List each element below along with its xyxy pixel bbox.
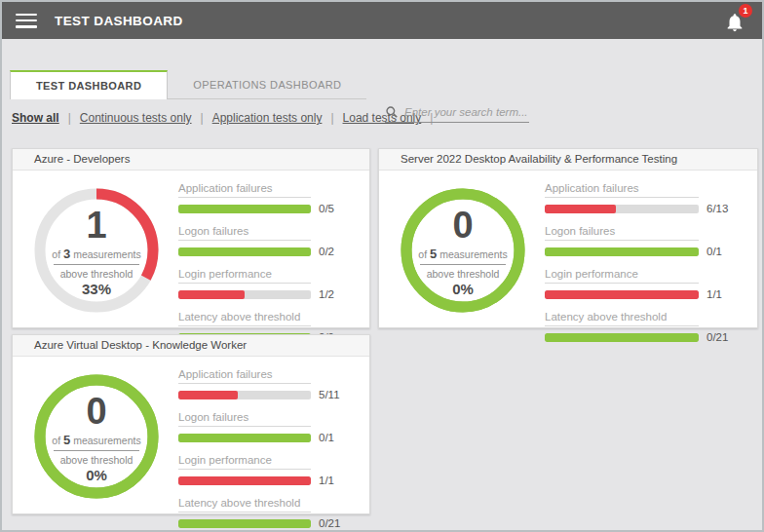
donut-chart: 0 of 5 measurements above threshold 0% <box>399 186 527 315</box>
metric-latency-above-threshold: Latency above threshold 0/21 <box>545 311 744 343</box>
metric-bar <box>545 247 699 256</box>
card-title: Azure Virtual Desktop - Knowledge Worker <box>13 335 369 357</box>
dashboard-tabs: TEST DASHBOARD OPERATIONS DASHBOARD <box>10 70 366 99</box>
above-threshold-percent: 33% <box>82 281 111 297</box>
divider <box>54 264 139 265</box>
search-icon <box>385 105 399 119</box>
above-threshold-percent: 0% <box>452 281 474 297</box>
measurements-above-count: 1 <box>86 207 106 244</box>
card-title: Server 2022 Desktop Availability & Perfo… <box>379 149 757 171</box>
filter-links: Show all | Continuous tests only | Appli… <box>12 111 441 125</box>
above-threshold-label: above threshold <box>427 268 500 280</box>
above-threshold-percent: 0% <box>86 467 107 483</box>
card-azure-developers[interactable]: Azure - Developers 1 of 3 measurements a… <box>12 148 370 328</box>
measurements-total-line: of 5 measurements <box>418 247 507 261</box>
above-threshold-label: above threshold <box>60 268 134 280</box>
notifications-button[interactable]: 1 <box>723 8 748 33</box>
divider <box>54 450 139 451</box>
metric-bar <box>178 391 311 399</box>
search-box <box>385 105 529 123</box>
measurements-above-count: 0 <box>452 207 473 244</box>
metric-logon-failures: Logon failures 0/1 <box>178 411 356 443</box>
card-title: Azure - Developers <box>13 149 369 171</box>
metric-application-failures: Application failures 6/13 <box>545 182 744 214</box>
filter-continuous-tests[interactable]: Continuous tests only <box>80 111 192 125</box>
metric-logon-failures: Logon failures 0/1 <box>545 225 744 257</box>
metric-bar <box>545 333 699 342</box>
card-server-2022[interactable]: Server 2022 Desktop Availability & Perfo… <box>378 148 758 328</box>
filter-application-tests[interactable]: Application tests only <box>212 111 323 125</box>
metric-application-failures: Application failures 0/5 <box>178 182 356 214</box>
metric-login-performance: Login performance 1/2 <box>178 268 356 300</box>
metric-bar <box>178 290 311 299</box>
tab-operations-dashboard[interactable]: OPERATIONS DASHBOARD <box>168 70 366 99</box>
measurements-above-count: 0 <box>86 393 106 430</box>
metrics-list: Application failures 6/13 Logon failures… <box>545 180 744 343</box>
metrics-list: Application failures 0/5 Logon failures … <box>178 180 356 343</box>
metric-login-performance: Login performance 1/1 <box>178 454 356 486</box>
app-title: TEST DASHBOARD <box>55 14 183 28</box>
metric-bar <box>545 205 699 213</box>
filter-separator: | <box>68 111 71 125</box>
divider <box>420 264 506 265</box>
filter-separator: | <box>330 111 333 125</box>
app-window: TEST DASHBOARD 1 TEST DASHBOARD OPERATIO… <box>0 0 764 532</box>
hamburger-menu-icon[interactable] <box>16 14 37 28</box>
measurements-total-line: of 5 measurements <box>52 433 140 447</box>
metric-latency-above-threshold: Latency above threshold 0/21 <box>178 497 356 529</box>
notification-badge: 1 <box>739 4 752 18</box>
metrics-list: Application failures 5/11 Logon failures… <box>178 366 356 529</box>
donut-chart: 1 of 3 measurements above threshold 33% <box>32 186 161 315</box>
metric-bar <box>178 476 311 485</box>
above-threshold-label: above threshold <box>60 454 134 466</box>
donut-chart: 0 of 5 measurements above threshold 0% <box>32 372 161 501</box>
metric-logon-failures: Logon failures 0/2 <box>178 225 356 257</box>
metric-bar <box>178 434 311 442</box>
metric-bar <box>178 247 311 256</box>
card-avd-knowledge-worker[interactable]: Azure Virtual Desktop - Knowledge Worker… <box>12 334 370 514</box>
measurements-total-line: of 3 measurements <box>52 247 140 261</box>
filter-show-all[interactable]: Show all <box>12 111 59 125</box>
tab-test-dashboard[interactable]: TEST DASHBOARD <box>10 70 168 99</box>
metric-bar <box>545 290 699 299</box>
filter-separator: | <box>201 111 204 125</box>
metric-bar <box>178 519 311 528</box>
metric-application-failures: Application failures 5/11 <box>178 368 356 400</box>
search-input[interactable] <box>404 106 529 118</box>
metric-login-performance: Login performance 1/1 <box>545 268 744 300</box>
metric-bar <box>178 205 311 213</box>
top-bar: TEST DASHBOARD 1 <box>2 2 762 39</box>
